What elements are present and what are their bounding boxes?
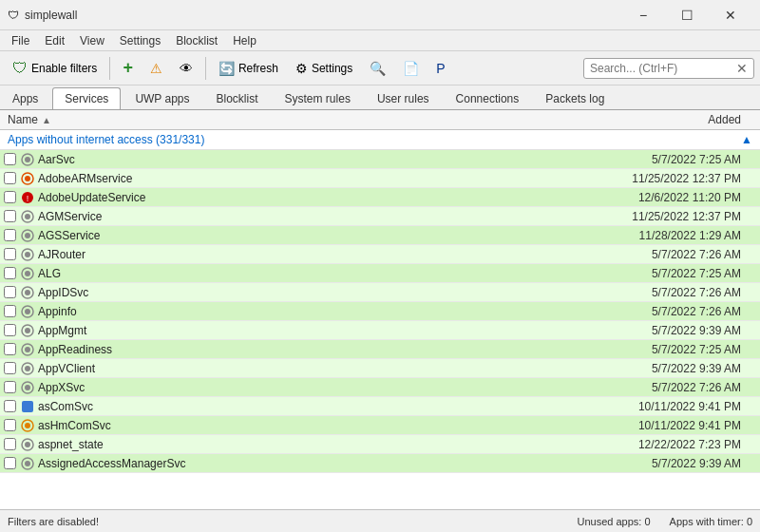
row-date: 5/7/2022 9:39 AM [613,457,760,470]
toolbar: 🛡 Enable filters + ⚠ 👁 🔄 Refresh ⚙ Setti… [0,51,760,86]
add-button[interactable]: + [116,54,140,82]
close-button[interactable]: ✕ [709,0,752,30]
row-app-icon [19,322,36,339]
row-checkbox[interactable] [0,226,19,245]
table-row[interactable]: AppMgmt5/7/2022 9:39 AM [0,321,760,340]
minimize-button[interactable]: − [621,0,665,30]
tab-user-rules[interactable]: User rules [365,87,442,109]
paypal-button[interactable]: P [429,57,451,80]
row-name: AppReadiness [36,343,613,356]
row-checkbox[interactable] [0,416,19,435]
table-content[interactable]: Apps without internet access (331/331) ▲… [0,130,760,509]
doc-button[interactable]: 📄 [396,57,426,80]
tab-system-rules[interactable]: System rules [273,87,363,109]
row-checkbox[interactable] [0,264,19,283]
tab-apps[interactable]: Apps [0,87,50,109]
row-checkbox[interactable] [0,378,19,397]
shield-icon: 🛡 [12,60,28,77]
row-checkbox[interactable] [0,435,19,454]
row-name: AarSvc [36,153,613,166]
menu-item-help[interactable]: Help [225,32,264,49]
row-checkbox[interactable] [0,454,19,473]
row-name: Appinfo [36,305,613,318]
unused-apps-count: Unused apps: 0 [578,516,651,527]
table-row[interactable]: ALG5/7/2022 7:25 AM [0,264,760,283]
table-row[interactable]: AppReadiness5/7/2022 7:25 AM [0,340,760,359]
table-row[interactable]: AppIDSvc5/7/2022 7:26 AM [0,283,760,302]
table-row[interactable]: AGSService11/28/2022 1:29 AM [0,226,760,245]
view-button[interactable]: 👁 [173,57,200,80]
row-app-icon [19,436,36,453]
row-date: 5/7/2022 9:39 AM [613,362,760,375]
tab-uwp[interactable]: UWP apps [123,87,201,109]
statusbar: Filters are disabled! Unused apps: 0 App… [0,509,760,532]
tab-bar: AppsServicesUWP appsBlocklistSystem rule… [0,86,760,110]
row-checkbox[interactable] [0,207,19,226]
row-date: 5/7/2022 7:26 AM [613,248,760,261]
row-name: AssignedAccessManagerSvc [36,457,613,470]
svg-point-19 [25,328,30,333]
row-name: asComSvc [36,400,613,413]
search-box: ✕ [583,58,754,79]
table-row[interactable]: Appinfo5/7/2022 7:26 AM [0,302,760,321]
refresh-icon: 🔄 [218,61,235,76]
menu-item-settings[interactable]: Settings [112,32,168,49]
row-checkbox[interactable] [0,397,19,416]
row-checkbox[interactable] [0,150,19,169]
table-row[interactable]: AJRouter5/7/2022 7:26 AM [0,245,760,264]
menu-item-blocklist[interactable]: Blocklist [168,32,225,49]
toolbar-separator-2 [205,57,206,80]
row-checkbox[interactable] [0,321,19,340]
table-row[interactable]: AppXSvc5/7/2022 7:26 AM [0,378,760,397]
row-name: AdobeUpdateService [36,191,613,204]
row-checkbox[interactable] [0,340,19,359]
row-checkbox[interactable] [0,283,19,302]
table-row[interactable]: aspnet_state12/22/2022 7:23 PM [0,435,760,454]
row-app-icon [19,265,36,282]
search-clear-icon[interactable]: ✕ [736,61,748,76]
menu-item-view[interactable]: View [72,32,112,49]
row-checkbox[interactable] [0,245,19,264]
row-app-icon [19,360,36,377]
app-title: simplewall [25,9,621,22]
table-row[interactable]: AdobeARMservice11/25/2022 12:37 PM [0,169,760,188]
row-date: 5/7/2022 9:39 AM [613,324,760,337]
table-row[interactable]: AGMService11/25/2022 12:37 PM [0,207,760,226]
table-row[interactable]: AssignedAccessManagerSvc5/7/2022 9:39 AM [0,454,760,473]
refresh-label: Refresh [238,62,278,75]
svg-point-1 [25,157,30,162]
search-input[interactable] [590,62,736,75]
table-header: Name ▲ Added [0,110,760,130]
table-row[interactable]: asHmComSvc10/11/2022 9:41 PM [0,416,760,435]
row-app-icon [19,303,36,320]
enable-filters-button[interactable]: 🛡 Enable filters [6,56,104,81]
apps-with-timer-count: Apps with timer: 0 [670,516,752,527]
row-checkbox[interactable] [0,188,19,207]
row-checkbox[interactable] [0,169,19,188]
section-collapse-icon[interactable]: ▲ [741,133,752,146]
menu-item-edit[interactable]: Edit [37,32,72,49]
svg-point-21 [25,347,30,352]
menubar: FileEditViewSettingsBlocklistHelp [0,30,760,51]
svg-point-13 [25,271,30,276]
tab-connections[interactable]: Connections [444,87,532,109]
table-row[interactable]: AarSvc5/7/2022 7:25 AM [0,150,760,169]
warning-button[interactable]: ⚠ [143,57,169,80]
table-row[interactable]: asComSvc10/11/2022 9:41 PM [0,397,760,416]
row-app-icon [19,398,36,415]
row-name: AGSService [36,229,613,242]
tab-blocklist[interactable]: Blocklist [204,87,271,109]
table-row[interactable]: AppVClient5/7/2022 9:39 AM [0,359,760,378]
row-date: 10/11/2022 9:41 PM [613,419,760,432]
tab-packets-log[interactable]: Packets log [533,87,617,109]
search-doc-button[interactable]: 🔍 [363,57,392,80]
tab-services[interactable]: Services [52,87,121,109]
row-checkbox[interactable] [0,359,19,378]
table-row[interactable]: !AdobeUpdateService12/6/2022 11:20 PM [0,188,760,207]
maximize-button[interactable]: ☐ [665,0,709,30]
settings-button[interactable]: ⚙ Settings [289,57,359,80]
row-date: 5/7/2022 7:26 AM [613,305,760,318]
row-checkbox[interactable] [0,302,19,321]
refresh-button[interactable]: 🔄 Refresh [212,57,285,80]
menu-item-file[interactable]: File [4,32,37,49]
